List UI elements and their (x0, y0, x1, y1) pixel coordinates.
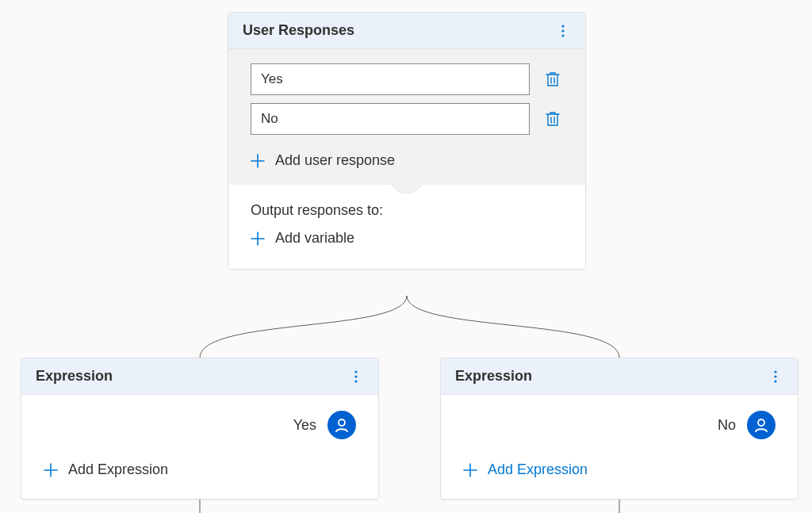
add-expression-button[interactable]: Add Expression (44, 461, 356, 478)
add-expression-label: Add Expression (68, 461, 168, 478)
more-menu-button[interactable] (348, 369, 364, 385)
person-icon (334, 417, 350, 433)
delete-response-button[interactable] (542, 109, 563, 129)
svg-point-4 (561, 34, 564, 36)
response-input-1[interactable] (251, 63, 530, 95)
card-header: Expression (441, 358, 798, 395)
plus-icon (251, 154, 265, 168)
svg-point-11 (774, 380, 776, 382)
expression-body: No Add Expression (441, 395, 798, 499)
expression-body: Yes Add Expression (21, 395, 378, 499)
more-vertical-icon (774, 370, 777, 383)
plus-icon (44, 463, 58, 477)
card-header: User Responses (228, 13, 585, 49)
plus-icon (463, 463, 477, 477)
card-title: Expression (36, 368, 113, 385)
add-response-label: Add user response (275, 152, 395, 169)
expression-card-no: Expression No A (440, 358, 799, 500)
plus-icon (251, 232, 265, 246)
trash-icon (546, 111, 560, 127)
card-header: Expression (21, 358, 378, 395)
notch-decoration (391, 184, 423, 193)
person-icon (753, 417, 769, 433)
expression-value-row: No (463, 411, 776, 439)
expression-value: Yes (293, 417, 316, 434)
expression-value-row: Yes (44, 411, 356, 439)
more-menu-button[interactable] (768, 369, 783, 385)
add-variable-button[interactable]: Add variable (251, 230, 563, 247)
add-expression-button[interactable]: Add Expression (463, 461, 776, 478)
response-input-2[interactable] (251, 103, 530, 135)
svg-point-5 (354, 370, 357, 373)
expression-card-yes: Expression Yes (21, 358, 379, 500)
svg-point-6 (354, 375, 357, 377)
svg-point-10 (774, 375, 776, 377)
user-responses-card: User Responses (228, 12, 586, 270)
response-row (251, 103, 563, 135)
more-menu-button[interactable] (555, 23, 571, 39)
card-title: Expression (455, 368, 532, 385)
more-vertical-icon (561, 25, 565, 37)
user-avatar (327, 411, 356, 439)
card-title: User Responses (243, 22, 354, 39)
svg-point-2 (561, 25, 564, 27)
svg-point-8 (339, 419, 345, 426)
add-variable-label: Add variable (275, 230, 354, 247)
user-avatar (747, 411, 776, 439)
response-row (251, 63, 563, 95)
svg-point-7 (354, 380, 357, 382)
delete-response-button[interactable] (542, 69, 563, 90)
responses-section: Add user response (228, 49, 585, 185)
output-section: Output responses to: Add variable (228, 185, 585, 269)
workflow-canvas: User Responses (0, 0, 812, 513)
svg-point-9 (774, 370, 776, 373)
add-user-response-button[interactable]: Add user response (251, 143, 563, 169)
svg-point-3 (561, 29, 564, 32)
more-vertical-icon (354, 370, 358, 383)
trash-icon (546, 71, 560, 87)
svg-point-12 (758, 419, 764, 426)
expression-value: No (718, 417, 736, 434)
add-expression-label: Add Expression (488, 461, 588, 478)
output-label: Output responses to: (251, 202, 563, 219)
